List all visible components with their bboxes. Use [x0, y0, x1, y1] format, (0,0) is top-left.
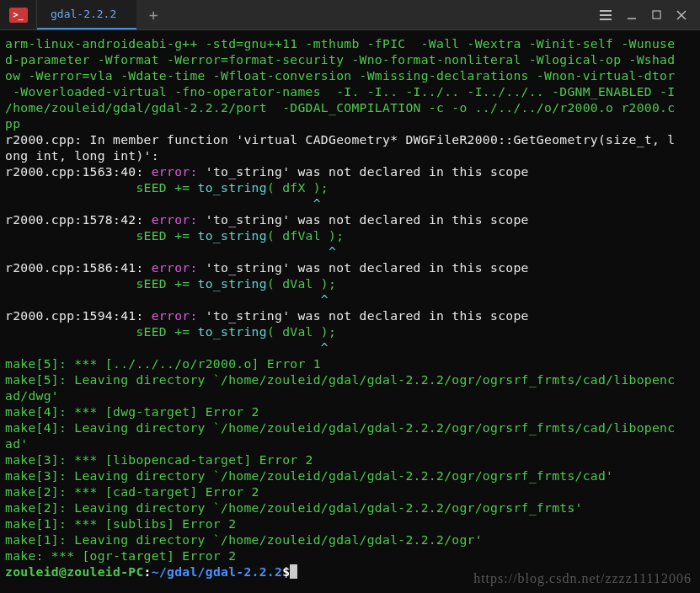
error-sym-0: to_string: [213, 164, 282, 179]
error-sym-2: to_string: [213, 260, 282, 275]
maximize-button[interactable]: [652, 10, 661, 19]
error-msg-3: ': [206, 308, 213, 323]
new-tab-button[interactable]: +: [136, 0, 170, 29]
terminal-icon: >_: [9, 8, 28, 23]
error-loc-1: r2000.cpp:1578:42:: [5, 212, 152, 227]
make-line-1: make[5]: Leaving directory `/home/zoulei…: [5, 372, 675, 403]
error-sym-3: to_string: [213, 308, 282, 323]
error-loc-3: r2000.cpp:1594:41:: [5, 308, 152, 323]
menu-button[interactable]: [600, 10, 612, 20]
make-line-5: make[3]: Leaving directory `/home/zoulei…: [5, 468, 613, 483]
close-icon: [676, 10, 687, 20]
member-fn-msg: r2000.cpp: In member function 'virtual C…: [5, 132, 675, 163]
terminal-output[interactable]: arm-linux-androideabi-g++ -std=gnu++11 -…: [0, 30, 700, 593]
error-msg-0: ': [206, 164, 213, 179]
cursor: [290, 564, 297, 579]
tab-group: >_ gdal-2.2.2 +: [0, 0, 170, 29]
prompt-user: zouleid@zouleid-PC: [5, 564, 144, 579]
make-line-6: make[2]: *** [cad-target] Error 2: [5, 484, 259, 499]
error-msg-2: ': [206, 260, 213, 275]
app-icon: >_: [0, 0, 37, 29]
prompt-path: ~/gdal/gdal-2.2.2: [152, 564, 282, 579]
error-loc-0: r2000.cpp:1563:40:: [5, 164, 152, 179]
error-caret-1: ^: [5, 244, 336, 259]
maximize-icon: [652, 10, 661, 19]
svg-rect-1: [653, 11, 660, 19]
error-code-2: sEED +=: [5, 276, 198, 291]
error-code-3: sEED +=: [5, 324, 198, 339]
make-line-9: make[1]: Leaving directory `/home/zoulei…: [5, 532, 483, 547]
compile-command: arm-linux-androideabi-g++ -std=gnu++11 -…: [5, 36, 675, 131]
minimize-button[interactable]: [627, 10, 637, 20]
make-line-4: make[3]: *** [libopencad-target] Error 2: [5, 452, 313, 467]
error-sym-1: to_string: [213, 212, 282, 227]
error-kw-3: error:: [152, 308, 206, 323]
make-line-3: make[4]: Leaving directory `/home/zoulei…: [5, 420, 675, 451]
make-line-0: make[5]: *** [../../../o/r2000.o] Error …: [5, 356, 321, 371]
make-line-10: make: *** [ogr-target] Error 2: [5, 548, 236, 563]
close-button[interactable]: [676, 10, 687, 20]
error-kw-1: error:: [152, 212, 206, 227]
error-caret-0: ^: [5, 196, 321, 211]
make-line-7: make[2]: Leaving directory `/home/zoulei…: [5, 500, 583, 515]
window-controls: [600, 10, 700, 20]
error-loc-2: r2000.cpp:1586:41:: [5, 260, 152, 275]
error-msg-1: ': [206, 212, 213, 227]
make-line-2: make[4]: *** [dwg-target] Error 2: [5, 404, 259, 419]
error-kw-0: error:: [152, 164, 206, 179]
tab-title: gdal-2.2.2: [51, 8, 116, 20]
error-caret-2: ^: [5, 292, 329, 307]
hamburger-icon: [600, 10, 612, 20]
error-kw-2: error:: [152, 260, 206, 275]
minimize-icon: [627, 10, 637, 20]
tab-active[interactable]: gdal-2.2.2: [37, 0, 136, 29]
error-code-1: sEED +=: [5, 228, 198, 243]
error-caret-3: ^: [5, 340, 329, 355]
error-code-0: sEED +=: [5, 180, 198, 195]
make-line-8: make[1]: *** [sublibs] Error 2: [5, 516, 236, 531]
titlebar: >_ gdal-2.2.2 +: [0, 0, 700, 30]
